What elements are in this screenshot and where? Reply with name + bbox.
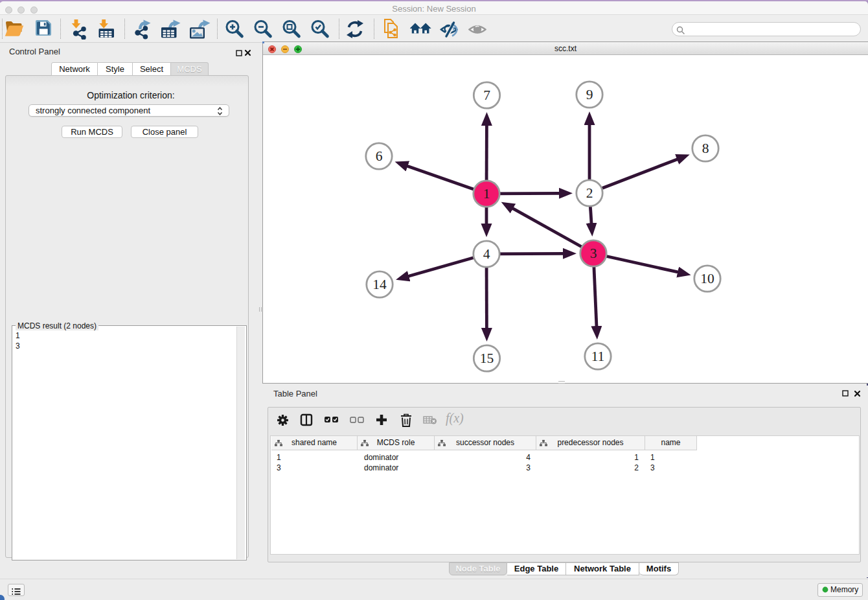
svg-text:7: 7 xyxy=(483,87,490,103)
svg-text:4: 4 xyxy=(483,246,490,262)
svg-text:1: 1 xyxy=(483,186,490,202)
svg-text:15: 15 xyxy=(480,351,494,366)
svg-text:6: 6 xyxy=(376,148,383,164)
svg-text:3: 3 xyxy=(590,246,597,261)
svg-text:2: 2 xyxy=(586,185,593,201)
svg-text:11: 11 xyxy=(591,349,605,364)
svg-text:8: 8 xyxy=(702,141,709,156)
svg-text:9: 9 xyxy=(586,87,593,102)
svg-text:14: 14 xyxy=(372,277,387,292)
svg-text:10: 10 xyxy=(700,271,714,286)
